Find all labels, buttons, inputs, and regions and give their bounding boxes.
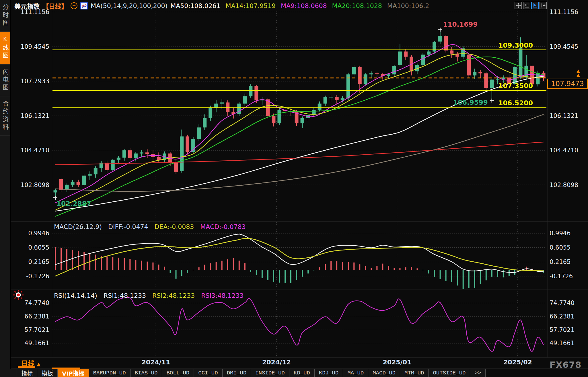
candle-body[interactable] (77, 182, 80, 185)
chart-header: 美元指数 【日线】 + MA(50,14,9,20,100,200) MA50:… (14, 1, 429, 10)
alert-bullseye-icon[interactable] (13, 289, 24, 301)
move-icon[interactable] (515, 2, 522, 9)
candle-body[interactable] (243, 96, 247, 103)
candle-body[interactable] (375, 73, 379, 74)
candle-body[interactable] (421, 55, 425, 65)
candle-body[interactable] (318, 104, 322, 110)
toolbar-tab-inside_ud[interactable]: INSIDE_UD (251, 369, 289, 377)
candle-body[interactable] (277, 110, 281, 123)
toolbar-more-button[interactable]: >> (470, 369, 486, 377)
candle-body[interactable] (513, 67, 517, 84)
price-tick-right: -0.1726 (550, 273, 573, 280)
candle-body[interactable] (301, 118, 304, 123)
candle-body[interactable] (122, 150, 126, 158)
candle-body[interactable] (254, 86, 258, 100)
sidebar-tab-kline[interactable]: K线图 (0, 32, 10, 65)
candle-body[interactable] (341, 98, 344, 100)
candle-body[interactable] (174, 162, 178, 172)
candle-body[interactable] (180, 136, 184, 171)
macd-hist-bar (422, 270, 424, 270)
candle-body[interactable] (140, 152, 143, 153)
candle-body[interactable] (226, 102, 229, 112)
toolbar-tab-outside_ud[interactable]: OUTSIDE_UD (429, 369, 470, 377)
sidebar-tab-timeline[interactable]: 分时图 (0, 0, 10, 32)
candle-body[interactable] (473, 72, 476, 75)
candle-body[interactable] (369, 73, 373, 75)
toolbar-tab-kd_ud[interactable]: KD_UD (289, 369, 315, 377)
candle-body[interactable] (237, 104, 241, 114)
candle-body[interactable] (524, 66, 528, 77)
candle-body[interactable] (94, 168, 98, 174)
candle-body[interactable] (111, 160, 115, 170)
toolbar-tab-kdj_ud[interactable]: KDJ_UD (315, 369, 343, 377)
candle-body[interactable] (145, 152, 149, 154)
candle-body[interactable] (272, 116, 275, 123)
toolbar-tab-指标[interactable]: 指标 (17, 369, 37, 377)
candle-body[interactable] (358, 67, 362, 84)
candle-body[interactable] (484, 73, 488, 88)
sidebar-tab-label: 闪电图 (1, 69, 9, 92)
toolbar-tab-vip指标[interactable]: VIP指标 (58, 369, 89, 377)
toolbar-tab-barupdn_ud[interactable]: BARUPDN_UD (89, 369, 131, 377)
candle-body[interactable] (203, 118, 207, 128)
toolbar-tab-ma_ud[interactable]: MA_UD (343, 369, 368, 377)
candle-body[interactable] (197, 127, 201, 139)
add-circle-icon[interactable]: + (71, 2, 77, 9)
price-tick-left: 0.2165 (28, 259, 49, 265)
candle-body[interactable] (329, 97, 333, 98)
toolbar-tab-macd_ud[interactable]: MACD_UD (368, 369, 400, 377)
candle-body[interactable] (467, 55, 471, 75)
chart-canvas[interactable]: 109.3000107.3500106.5200110.1699102.2887… (0, 0, 588, 377)
candle-body[interactable] (398, 52, 402, 65)
toolbar-tab-boll_ud[interactable]: BOLL_UD (162, 369, 194, 377)
macd-hist-bar (158, 265, 159, 270)
candle-body[interactable] (209, 108, 212, 118)
toolbar-tab-bias_ud[interactable]: BIAS_UD (131, 369, 162, 377)
candle-body[interactable] (100, 163, 103, 168)
ma-value-label: MA9:108.0608 (281, 2, 327, 9)
toolbar-tab-dmi_ud[interactable]: DMI_UD (223, 369, 251, 377)
toolbar-tab-模板[interactable]: 模板 (37, 369, 58, 377)
price-tick-left: 66.2381 (24, 313, 49, 320)
candle-body[interactable] (478, 72, 482, 73)
candle-body[interactable] (220, 102, 224, 104)
candle-body[interactable] (82, 176, 86, 185)
axis-chart-icon[interactable] (523, 2, 530, 9)
candle-body[interactable] (128, 150, 132, 158)
candle-body[interactable] (404, 52, 408, 57)
candle-body[interactable] (496, 79, 499, 79)
candle-body[interactable] (54, 190, 57, 192)
candle-body[interactable] (438, 36, 442, 42)
price-tick-left: 0.9946 (28, 230, 49, 237)
candle-body[interactable] (444, 36, 448, 50)
candle-body[interactable] (450, 50, 453, 54)
candle-body[interactable] (490, 79, 494, 88)
candle-body[interactable] (214, 104, 218, 108)
candle-body[interactable] (59, 179, 63, 190)
candle-body[interactable] (352, 67, 356, 74)
candle-body[interactable] (134, 153, 138, 158)
toolbar-tab-mtm_ud[interactable]: MTM_UD (400, 369, 429, 377)
sidebar-tab-contract-info[interactable]: 合约资料 (0, 96, 10, 136)
candle-body[interactable] (536, 73, 540, 85)
macd-hist-bar (307, 270, 309, 273)
candle-body[interactable] (249, 86, 252, 96)
price-up-arrows-icon: ▲▲ (577, 69, 580, 77)
candle-body[interactable] (387, 74, 390, 76)
exit-pane-icon[interactable] (540, 2, 547, 9)
sidebar-tab-lightning[interactable]: 闪电图 (0, 65, 10, 96)
macd-hist-bar (66, 249, 67, 270)
candle-body[interactable] (71, 182, 75, 185)
candle-body[interactable] (427, 52, 431, 55)
mini-chart-icon[interactable] (80, 2, 88, 9)
candle-body[interactable] (88, 174, 92, 176)
candle-body[interactable] (186, 136, 189, 152)
candle-body[interactable] (519, 48, 522, 78)
candle-body[interactable] (335, 97, 339, 100)
axis-chart-active-icon[interactable] (531, 2, 539, 9)
toolbar-tab-cci_ud[interactable]: CCI_UD (194, 369, 222, 377)
candle-body[interactable] (392, 66, 396, 74)
candle-body[interactable] (324, 97, 327, 104)
candle-body[interactable] (364, 74, 367, 84)
candle-body[interactable] (117, 158, 120, 160)
